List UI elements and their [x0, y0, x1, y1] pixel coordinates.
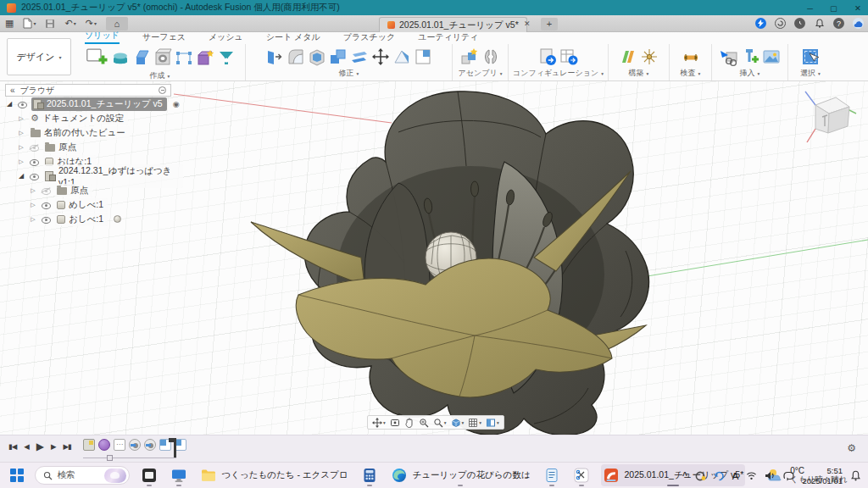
notification-bell-icon[interactable]: [850, 470, 861, 481]
save-icon[interactable]: [45, 19, 55, 29]
timeline-sketch-feature[interactable]: [83, 439, 95, 451]
timeline-slider-thumb[interactable]: [107, 455, 113, 461]
browser-header[interactable]: « ブラウザ: [5, 84, 171, 97]
group-modify-label[interactable]: 修正▾: [339, 68, 359, 80]
tab-surface[interactable]: サーフェス: [142, 31, 186, 44]
insert-derive-icon[interactable]: [719, 47, 739, 67]
speaker-icon[interactable]: [765, 470, 776, 481]
hole-icon[interactable]: [153, 47, 173, 68]
history-icon[interactable]: [794, 18, 805, 29]
measure-icon[interactable]: [681, 47, 701, 67]
search-highlight-image[interactable]: [104, 469, 126, 483]
zoom-window-icon[interactable]: ▾: [433, 418, 447, 428]
web-icon[interactable]: [216, 47, 236, 68]
group-assemble-label[interactable]: アセンブリ▾: [459, 68, 503, 80]
hidden-icons-chevron[interactable]: ^: [682, 471, 687, 480]
look-at-icon[interactable]: [390, 418, 400, 428]
timeline-play-icon[interactable]: ▶: [36, 441, 43, 452]
workspace-selector[interactable]: デザイン▾: [7, 38, 71, 75]
visibility-eye-icon[interactable]: [29, 157, 40, 167]
joint-icon[interactable]: [481, 47, 501, 67]
taskbar-edge-window[interactable]: チューリップの花びらの数は: [389, 464, 532, 486]
fillet-icon[interactable]: [286, 47, 306, 67]
configure-icon[interactable]: [537, 47, 558, 67]
group-insert-label[interactable]: 挿入▾: [740, 68, 760, 80]
wifi-icon[interactable]: [746, 470, 757, 481]
combine-icon[interactable]: [328, 47, 348, 67]
offset-face-icon[interactable]: [392, 47, 412, 67]
maximize-button[interactable]: ▢: [830, 3, 837, 13]
timeline-form-feature[interactable]: [98, 439, 110, 451]
pattern-icon[interactable]: [174, 47, 194, 68]
create-sketch-icon[interactable]: [84, 45, 109, 70]
notification-app-icon[interactable]: [695, 470, 706, 481]
extensions-icon[interactable]: [775, 18, 786, 29]
browser-item-oshibe[interactable]: ▷ おしべ:1: [29, 212, 183, 226]
app-menu-icon[interactable]: ▦: [5, 18, 14, 29]
shell-icon[interactable]: [307, 47, 327, 67]
insert-fastener-icon[interactable]: [740, 47, 760, 67]
browser-item-linked-component[interactable]: ◢ 2024.12.31_ゆずはっぱつき v1:1: [17, 169, 183, 183]
timeline-step-back-icon[interactable]: ◀: [24, 442, 29, 451]
home-icon[interactable]: ⌂: [106, 17, 128, 30]
timeline-step-forward-icon[interactable]: ▶: [51, 442, 56, 451]
create-form-icon[interactable]: [110, 47, 131, 68]
browser-root-component[interactable]: ◢ 2025.01.01_チューリップ v5 ◉: [5, 97, 183, 111]
browser-item-document-settings[interactable]: ▷ ⚙ドキュメントの設定: [17, 111, 183, 125]
help-icon[interactable]: ?: [833, 18, 844, 29]
timeline-insert-feature[interactable]: [175, 439, 186, 451]
tab-utilities[interactable]: ユーティリティ: [418, 31, 478, 44]
browser-item-named-views[interactable]: ▷ 名前の付いたビュー: [17, 125, 183, 140]
pan-orbit-icon[interactable]: ▾: [372, 418, 386, 428]
taskbar-search-input[interactable]: 検索: [35, 466, 130, 485]
select-icon[interactable]: [800, 47, 821, 67]
visibility-eye-icon[interactable]: [41, 200, 52, 210]
taskbar-app-notepad[interactable]: [542, 464, 562, 486]
zoom-icon[interactable]: [419, 418, 429, 428]
taskbar-explorer-window[interactable]: つくったものたち - エクスプロ: [198, 464, 350, 486]
display-settings-icon[interactable]: ▾: [451, 418, 465, 428]
undo-icon[interactable]: ↶▾: [64, 18, 75, 29]
axis-xyz-icon[interactable]: [639, 47, 659, 67]
minimize-button[interactable]: ─: [807, 3, 813, 13]
taskbar-app-monitor[interactable]: [169, 464, 189, 486]
redo-icon[interactable]: ↷▾: [86, 18, 97, 29]
close-button[interactable]: ✕: [854, 3, 861, 13]
visibility-eye-off-icon[interactable]: [41, 186, 52, 196]
tab-plastic[interactable]: プラスチック: [343, 31, 395, 44]
split-body-icon[interactable]: [349, 47, 370, 67]
configuration-table-icon[interactable]: [559, 47, 579, 67]
tab-mesh[interactable]: メッシュ: [209, 31, 243, 44]
viewport-canvas[interactable]: « ブラウザ ◢ 2025.01.01_チューリップ v5 ◉ ▷ ⚙ドキュメン…: [0, 81, 868, 435]
notifications-bell-icon[interactable]: [814, 18, 825, 29]
display-toggle-icon[interactable]: [159, 86, 166, 94]
grid-settings-icon[interactable]: ▾: [468, 418, 481, 428]
group-configuration-label[interactable]: コンフィギュレーション▾: [513, 68, 604, 80]
start-button[interactable]: [8, 464, 25, 486]
group-create-label[interactable]: 作成▾: [150, 70, 170, 82]
tab-solid[interactable]: ソリッド: [85, 30, 120, 44]
visibility-eye-icon[interactable]: [17, 99, 28, 109]
press-pull-icon[interactable]: [264, 47, 285, 67]
timeline-marker[interactable]: [174, 438, 176, 458]
file-menu-icon[interactable]: ▾: [23, 18, 36, 29]
group-select-label[interactable]: 選択▾: [800, 68, 821, 80]
extrude-icon[interactable]: [131, 47, 152, 68]
pan-hand-icon[interactable]: [404, 418, 415, 428]
taskbar-clock[interactable]: 5:51 2025/01/01: [802, 466, 843, 485]
visibility-eye-icon[interactable]: [29, 171, 40, 181]
viewports-icon[interactable]: ▾: [486, 418, 499, 428]
taskbar-app-dark[interactable]: [139, 464, 159, 486]
group-construct-label[interactable]: 構築▾: [629, 68, 649, 80]
job-status-icon[interactable]: [755, 18, 766, 29]
visibility-eye-off-icon[interactable]: [29, 142, 40, 152]
cast-icon[interactable]: [783, 470, 794, 481]
sync-app-icon[interactable]: [714, 470, 725, 481]
visibility-eye-icon[interactable]: [41, 214, 52, 225]
construction-plane-icon[interactable]: [618, 47, 638, 67]
timeline-joint-feature[interactable]: [129, 439, 141, 451]
close-tab-icon[interactable]: ✕: [524, 19, 531, 28]
timeline-skip-start-icon[interactable]: ▮◀: [8, 442, 16, 451]
timeline-joint-feature[interactable]: [144, 439, 156, 451]
browser-item-meshibe[interactable]: ▷ めしべ:1: [29, 197, 183, 212]
